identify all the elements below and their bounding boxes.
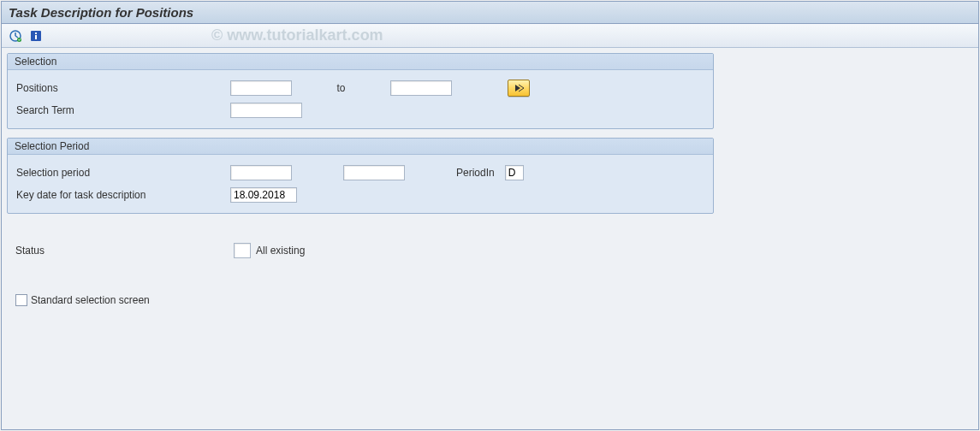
status-row: Status All existing xyxy=(15,241,965,260)
app-window: Task Description for Positions © www.tut… xyxy=(1,1,979,430)
period-in-input[interactable] xyxy=(505,165,524,180)
std-selection-row: Standard selection screen xyxy=(15,291,965,310)
search-term-row: Search Term xyxy=(16,101,704,120)
svg-rect-5 xyxy=(35,32,37,34)
positions-label: Positions xyxy=(16,82,230,94)
plain-fields: Status All existing Standard selection s… xyxy=(7,222,973,328)
selection-period-group-title: Selection Period xyxy=(8,139,713,155)
status-text: All existing xyxy=(256,245,305,257)
page-title: Task Description for Positions xyxy=(9,5,193,20)
period-in-label: PeriodIn xyxy=(456,167,495,179)
std-selection-checkbox[interactable] xyxy=(15,294,27,306)
watermark-text: © www.tutorialkart.com xyxy=(211,27,383,44)
selection-period-from-input[interactable] xyxy=(230,165,292,180)
title-bar: Task Description for Positions xyxy=(2,2,978,24)
toolbar: © www.tutorialkart.com xyxy=(2,24,978,48)
status-input[interactable] xyxy=(234,243,251,258)
positions-from-input[interactable] xyxy=(230,80,292,96)
clock-execute-icon xyxy=(9,29,22,43)
execute-button[interactable] xyxy=(7,27,24,44)
arrow-right-icon xyxy=(514,83,524,93)
multiple-selection-button[interactable] xyxy=(508,80,530,97)
selection-period-group: Selection Period Selection period Period… xyxy=(7,138,714,214)
selection-period-to-input[interactable] xyxy=(343,165,405,180)
std-selection-label: Standard selection screen xyxy=(31,294,150,306)
selection-period-label: Selection period xyxy=(16,167,230,179)
svg-rect-6 xyxy=(35,35,37,39)
search-term-input[interactable] xyxy=(230,103,302,118)
info-icon xyxy=(29,29,43,43)
svg-line-2 xyxy=(15,36,18,38)
positions-to-input[interactable] xyxy=(390,80,452,96)
info-button[interactable] xyxy=(27,27,45,44)
status-label: Status xyxy=(15,245,234,257)
key-date-label: Key date for task description xyxy=(16,189,230,201)
selection-period-row: Selection period PeriodIn xyxy=(16,163,704,182)
selection-group-title: Selection xyxy=(8,54,713,70)
key-date-input[interactable] xyxy=(230,187,297,203)
key-date-row: Key date for task description xyxy=(16,186,704,204)
positions-row: Positions to xyxy=(16,79,704,97)
search-term-label: Search Term xyxy=(16,104,230,116)
to-label: to xyxy=(292,82,390,94)
content-area: Selection Positions to Search Term xyxy=(2,48,978,334)
selection-group: Selection Positions to Search Term xyxy=(7,53,714,129)
